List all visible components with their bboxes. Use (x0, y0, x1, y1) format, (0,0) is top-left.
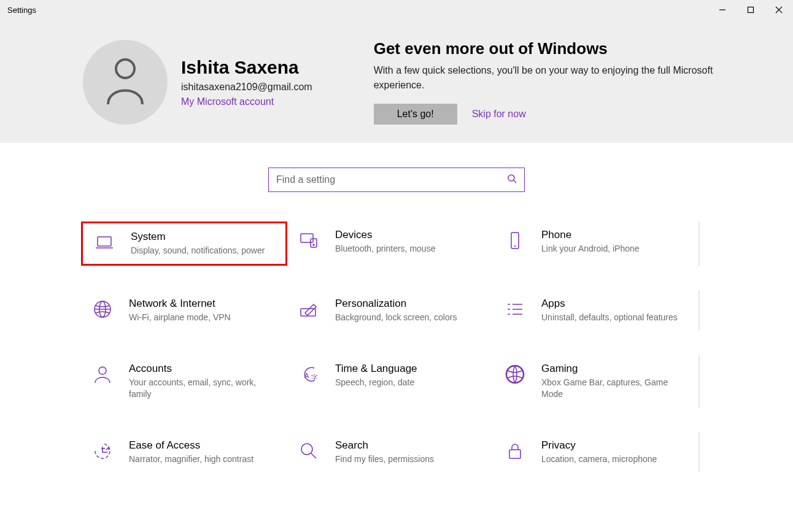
svg-point-4 (116, 60, 134, 78)
person-icon (104, 56, 146, 108)
search-icon (507, 174, 517, 186)
profile-block: Ishita Saxena ishitasaxena2109@gmail.com… (83, 39, 312, 125)
promo-actions: Let's go! Skip for now (374, 104, 718, 125)
category-phone[interactable]: Phone Link your Android, iPhone (493, 222, 700, 266)
devices-icon (297, 229, 320, 252)
titlebar: Settings (0, 0, 793, 20)
category-network[interactable]: Network & Internet Wi-Fi, airplane mode,… (81, 290, 287, 331)
profile-email: ishitasaxena2109@gmail.com (181, 82, 312, 93)
category-title: Accounts (129, 363, 270, 375)
search-icon (297, 439, 320, 463)
profile-text: Ishita Saxena ishitasaxena2109@gmail.com… (181, 57, 312, 107)
category-title: Gaming (541, 363, 683, 375)
language-icon: A字 (297, 363, 320, 386)
category-title: Devices (335, 229, 435, 241)
category-search[interactable]: Search Find my files, permissions (287, 432, 493, 472)
category-apps[interactable]: Apps Uninstall, defaults, optional featu… (493, 290, 700, 331)
my-account-link[interactable]: My Microsoft account (181, 96, 312, 107)
category-grid: System Display, sound, notifications, po… (81, 222, 700, 472)
avatar[interactable] (83, 40, 168, 125)
search-input[interactable] (276, 174, 507, 185)
category-accounts[interactable]: Accounts Your accounts, email, sync, wor… (81, 355, 287, 407)
category-subtitle: Wi-Fi, airplane mode, VPN (129, 312, 231, 323)
gaming-icon (503, 363, 527, 386)
svg-rect-30 (509, 450, 520, 458)
category-subtitle: Uninstall, defaults, optional features (541, 312, 678, 323)
svg-point-11 (313, 244, 314, 245)
svg-rect-10 (311, 239, 317, 247)
person-icon (91, 363, 114, 386)
phone-icon (503, 229, 527, 252)
pen-icon (297, 298, 320, 321)
category-title: Phone (541, 229, 640, 241)
category-subtitle: Your accounts, email, sync, work, family (129, 377, 270, 400)
category-gaming[interactable]: Gaming Xbox Game Bar, captures, Game Mod… (493, 355, 700, 407)
category-subtitle: Background, lock screen, colors (335, 312, 457, 323)
svg-line-29 (311, 453, 316, 458)
category-subtitle: Display, sound, notifications, power (131, 245, 265, 256)
svg-point-28 (301, 444, 312, 455)
window-controls (708, 0, 793, 20)
category-title: Personalization (335, 298, 457, 310)
category-subtitle: Link your Android, iPhone (541, 243, 640, 255)
svg-rect-7 (98, 237, 111, 246)
svg-rect-9 (301, 234, 313, 242)
search-row (0, 143, 793, 222)
category-subtitle: Find my files, permissions (335, 453, 434, 465)
laptop-icon (93, 231, 116, 254)
svg-text:A: A (304, 372, 309, 379)
window-title: Settings (7, 6, 36, 15)
category-ease-of-access[interactable]: Ease of Access Narrator, magnifier, high… (81, 432, 287, 472)
svg-point-13 (514, 245, 516, 247)
svg-point-5 (508, 175, 514, 181)
apps-icon (503, 298, 527, 321)
close-button[interactable] (765, 0, 793, 20)
category-privacy[interactable]: Privacy Location, camera, microphone (493, 432, 700, 472)
promo-title: Get even more out of Windows (374, 39, 718, 58)
search-box[interactable] (268, 168, 525, 192)
category-subtitle: Location, camera, microphone (541, 453, 657, 465)
lets-go-button[interactable]: Let's go! (374, 104, 457, 125)
svg-text:字: 字 (311, 374, 318, 381)
svg-point-27 (506, 366, 524, 383)
skip-link[interactable]: Skip for now (472, 109, 526, 120)
category-subtitle: Xbox Game Bar, captures, Game Mode (541, 377, 683, 400)
category-title: System (131, 231, 265, 243)
promo-subtitle: With a few quick selections, you'll be o… (374, 63, 718, 93)
accessibility-icon (91, 439, 114, 463)
category-devices[interactable]: Devices Bluetooth, printers, mouse (287, 222, 493, 266)
category-title: Ease of Access (129, 439, 253, 452)
category-subtitle: Narrator, magnifier, high contrast (129, 453, 253, 465)
promo-block: Get even more out of Windows With a few … (374, 39, 718, 125)
globe-icon (91, 298, 114, 321)
maximize-button[interactable] (737, 0, 765, 20)
lock-icon (503, 439, 527, 463)
category-title: Search (335, 439, 434, 452)
minimize-button[interactable] (708, 0, 737, 20)
category-personalization[interactable]: Personalization Background, lock screen,… (287, 290, 493, 331)
svg-line-6 (514, 180, 516, 183)
category-system[interactable]: System Display, sound, notifications, po… (81, 222, 287, 266)
category-title: Apps (541, 298, 678, 310)
category-subtitle: Bluetooth, printers, mouse (335, 243, 435, 255)
header-band: Ishita Saxena ishitasaxena2109@gmail.com… (0, 20, 793, 143)
category-time-language[interactable]: A字 Time & Language Speech, region, date (287, 355, 493, 407)
category-title: Privacy (541, 439, 657, 452)
svg-rect-1 (748, 7, 754, 13)
category-title: Time & Language (335, 363, 417, 375)
category-title: Network & Internet (129, 298, 231, 310)
svg-point-24 (99, 367, 106, 374)
category-subtitle: Speech, region, date (335, 377, 417, 388)
profile-name: Ishita Saxena (181, 57, 312, 78)
